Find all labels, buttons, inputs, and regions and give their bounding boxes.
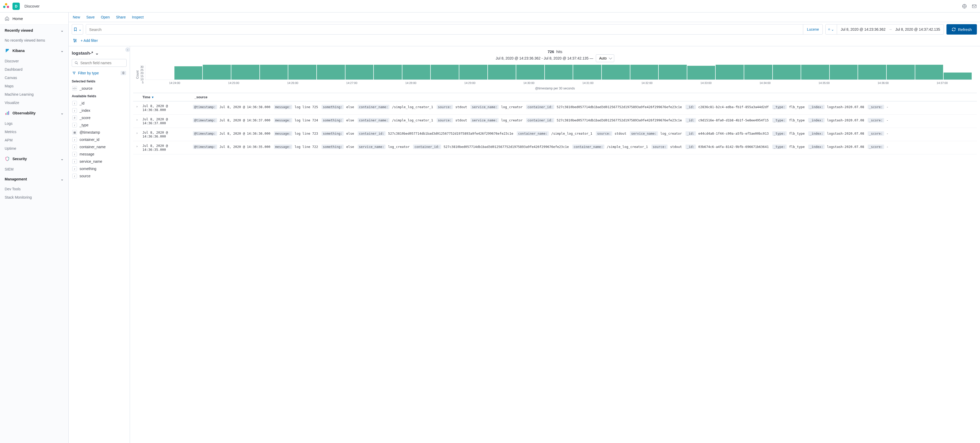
field-row[interactable]: t_type <box>72 121 127 129</box>
svg-point-9 <box>74 41 75 42</box>
date-picker: ⌄ Jul 8, 2020 @ 14:23:36.362 → Jul 8, 20… <box>825 24 944 35</box>
menu-open[interactable]: Open <box>101 15 110 19</box>
nav-section-kibana[interactable]: Kibana ⌄ <box>0 45 68 57</box>
histogram-bar[interactable] <box>459 65 487 80</box>
table-row: ›Jul 8, 2020 @ 14:36:35.000@timestamp: J… <box>133 141 977 155</box>
histogram-bar[interactable] <box>374 65 402 80</box>
histogram-bar[interactable] <box>545 65 573 80</box>
histogram-bar[interactable] <box>943 73 972 80</box>
histogram-bar[interactable] <box>659 65 687 80</box>
nav-link[interactable]: SIEM <box>0 165 68 174</box>
histogram-bar[interactable] <box>773 65 801 80</box>
refresh-button[interactable]: Refresh <box>947 24 977 35</box>
calendar-button[interactable]: ⌄ <box>826 24 837 34</box>
histogram-bar[interactable] <box>203 65 231 80</box>
saved-query-button[interactable]: ⌄ <box>72 24 83 35</box>
histogram-bar[interactable] <box>602 65 630 80</box>
chevron-down-icon: ⌄ <box>78 27 82 32</box>
field-row[interactable]: t_id <box>72 100 127 107</box>
nav-link[interactable]: APM <box>0 136 68 144</box>
histogram-bar[interactable] <box>858 65 886 80</box>
field-row[interactable]: t_index <box>72 107 127 114</box>
histogram-bar[interactable] <box>744 65 772 80</box>
histogram-bar[interactable] <box>887 65 915 80</box>
x-axis-ticks: 14:24:0014:25:0014:26:0014:27:0014:28:00… <box>145 81 972 84</box>
field-row[interactable]: _score <box>72 114 127 121</box>
nav-section-recently-viewed[interactable]: Recently viewed ⌄ <box>0 25 68 36</box>
histogram-bar[interactable] <box>174 66 202 80</box>
histogram-bar[interactable] <box>317 65 345 80</box>
nav-link[interactable]: Visualize <box>0 99 68 107</box>
help-icon[interactable] <box>962 4 967 9</box>
search-input[interactable] <box>86 25 803 34</box>
histogram-bar[interactable] <box>260 65 288 80</box>
nav-link[interactable]: Discover <box>0 57 68 65</box>
expand-row-icon[interactable]: › <box>133 104 141 112</box>
collapse-fields-icon[interactable]: ‹ <box>125 47 130 52</box>
field-row[interactable]: tcontainer_id <box>72 136 127 143</box>
histogram-bar[interactable] <box>345 65 374 80</box>
nav-section-observability[interactable]: Observability ⌄ <box>0 107 68 120</box>
expand-row-icon[interactable]: › <box>133 144 141 151</box>
nav-link[interactable]: Dev Tools <box>0 185 68 193</box>
date-to: Jul 8, 2020 @ 14:37:42.135 <box>895 27 940 32</box>
nav-section-label: Recently viewed <box>5 28 33 32</box>
sort-desc-icon: ▼ <box>151 96 154 99</box>
column-source[interactable]: _source <box>193 93 977 101</box>
field-row[interactable]: tsource <box>72 172 127 180</box>
histogram-bar[interactable] <box>915 65 943 80</box>
histogram-bar[interactable] <box>687 66 715 80</box>
filter-options-icon[interactable] <box>73 38 78 43</box>
nav-link[interactable]: Stack Monitoring <box>0 193 68 201</box>
nav-link[interactable]: Maps <box>0 82 68 90</box>
field-row[interactable]: tservice_name <box>72 158 127 165</box>
nav-link[interactable]: Logs <box>0 120 68 127</box>
app-badge[interactable]: D <box>13 3 20 10</box>
menu-inspect[interactable]: Inspect <box>132 15 144 19</box>
nav-home[interactable]: Home <box>0 13 68 25</box>
histogram-bar[interactable] <box>801 65 829 80</box>
nav-link[interactable]: Metrics <box>0 127 68 136</box>
histogram-bar[interactable] <box>830 65 858 80</box>
nav-link[interactable]: Canvas <box>0 73 68 82</box>
histogram-bar[interactable] <box>402 65 431 80</box>
histogram-bar[interactable] <box>231 65 259 80</box>
interval-select[interactable]: Auto <box>596 54 614 62</box>
field-row[interactable]: </>_source <box>72 85 127 92</box>
date-range-display[interactable]: Jul 8, 2020 @ 14:23:36.362 → Jul 8, 2020… <box>837 27 943 32</box>
field-row[interactable]: tsomething <box>72 165 127 172</box>
nav-link[interactable]: Uptime <box>0 144 68 153</box>
histogram-bar[interactable] <box>288 65 317 80</box>
histogram-bar[interactable] <box>573 65 601 80</box>
query-language-button[interactable]: Lucene <box>803 24 822 34</box>
expand-row-icon[interactable]: › <box>133 117 141 125</box>
histogram-bar[interactable] <box>488 65 516 80</box>
index-pattern-selector[interactable]: logstash-* ⌄ <box>72 51 127 56</box>
histogram-chart[interactable]: Count 30252015105 14:24:0014:25:0014:26:… <box>136 65 972 84</box>
field-row[interactable]: ▦@timestamp <box>72 129 127 136</box>
mail-icon[interactable] <box>972 4 977 9</box>
column-time[interactable]: Time ▼ <box>141 93 193 101</box>
menu-save[interactable]: Save <box>86 15 95 19</box>
page-title: Discover <box>24 4 40 8</box>
menu-new[interactable]: New <box>73 15 80 19</box>
add-filter-button[interactable]: + Add filter <box>81 38 98 43</box>
nav-section-security[interactable]: Security ⌄ <box>0 153 68 165</box>
fields-search-input[interactable] <box>80 61 126 65</box>
elastic-logo-icon[interactable] <box>3 3 10 10</box>
histogram-bar[interactable] <box>431 65 459 80</box>
refresh-label: Refresh <box>958 27 972 32</box>
chevron-down-icon: ⌄ <box>60 111 64 115</box>
expand-row-icon[interactable]: › <box>133 131 141 138</box>
nav-link[interactable]: Dashboard <box>0 65 68 73</box>
histogram-bar[interactable] <box>630 65 659 80</box>
nav-section-management[interactable]: Management ⌄ <box>0 174 68 185</box>
field-row[interactable]: tmessage <box>72 151 127 158</box>
row-time: Jul 8, 2020 @ 14:36:38.000 <box>141 104 193 112</box>
menu-share[interactable]: Share <box>116 15 126 19</box>
histogram-bar[interactable] <box>516 65 544 80</box>
field-row[interactable]: tcontainer_name <box>72 143 127 151</box>
filter-by-type[interactable]: Filter by type 0 <box>72 69 127 77</box>
histogram-bar[interactable] <box>716 65 744 80</box>
nav-link[interactable]: Machine Learning <box>0 90 68 99</box>
